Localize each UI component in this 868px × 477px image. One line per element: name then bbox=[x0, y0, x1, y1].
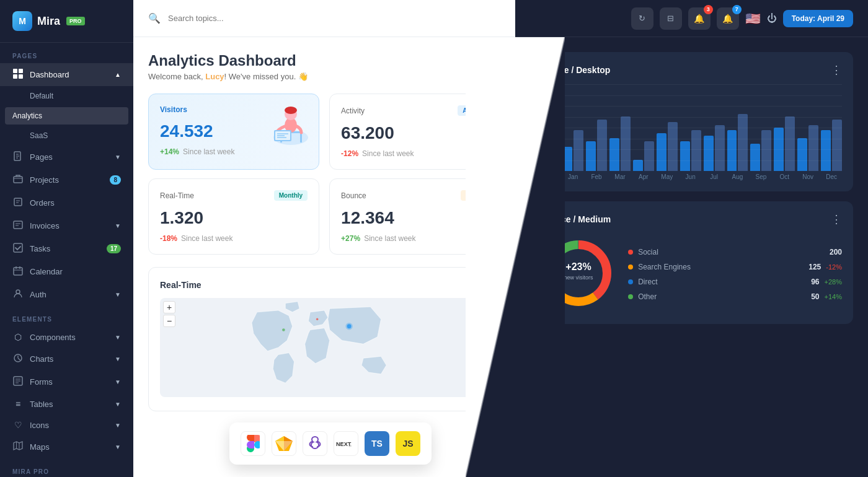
bar-apr bbox=[633, 141, 654, 171]
auth-label: Auth bbox=[30, 290, 46, 299]
chevron-icon: ▲ bbox=[115, 71, 121, 78]
mobile-desktop-menu[interactable]: ⋮ bbox=[831, 63, 842, 77]
sidebar-item-forms[interactable]: Forms ▼ bbox=[0, 370, 133, 393]
zoom-in-btn[interactable]: + bbox=[163, 301, 175, 313]
social-dot bbox=[628, 250, 633, 255]
sidebar-item-calendar[interactable]: Calendar bbox=[0, 260, 133, 283]
bar-may bbox=[657, 122, 678, 171]
realtime-value: 1.320 bbox=[160, 208, 308, 228]
source-list: Social 200 Search Engines 125 bbox=[628, 245, 842, 304]
map-menu[interactable]: ⋯ bbox=[479, 279, 489, 291]
bounce-since: Since last week bbox=[364, 234, 415, 243]
refresh-btn[interactable]: ↻ bbox=[631, 7, 653, 30]
activity-value: 63.200 bbox=[341, 123, 489, 143]
section-mira-pro: MIRA PRO bbox=[0, 458, 133, 477]
search-value: 125 bbox=[808, 263, 821, 271]
sidebar-item-projects[interactable]: Projects 8 bbox=[0, 168, 133, 191]
sidebar-item-tables[interactable]: ≡ Tables ▼ bbox=[0, 393, 133, 414]
filter-icon: ⊟ bbox=[667, 14, 674, 23]
pro-badge: PRO bbox=[66, 17, 85, 25]
other-label: Other bbox=[638, 292, 657, 301]
x-axis: Jan Feb Mar Apr May Jun Jul Aug Sep Oc bbox=[562, 173, 842, 180]
typescript-logo: TS bbox=[365, 431, 389, 456]
header-right: ↻ ⊟ 🔔 3 🔔 7 🇺🇸 ⏻ bbox=[515, 0, 868, 37]
direct-value: 96 bbox=[811, 278, 819, 286]
visitors-change: +14% bbox=[160, 147, 179, 156]
notifications-btn[interactable]: 🔔 3 bbox=[688, 7, 711, 30]
orders-icon bbox=[12, 197, 24, 209]
header: 🔍 ↻ ⊟ 🔔 3 🔔 bbox=[133, 0, 868, 37]
sidebar-item-icons[interactable]: ♡ Icons ▼ bbox=[0, 414, 133, 435]
chart-grid bbox=[562, 84, 842, 171]
sidebar-item-maps[interactable]: Maps ▼ bbox=[0, 435, 133, 458]
bar-nov bbox=[797, 125, 818, 171]
projects-label: Projects bbox=[30, 175, 59, 185]
sidebar-item-pages[interactable]: Pages ▼ bbox=[0, 146, 133, 168]
projects-badge: 8 bbox=[110, 175, 121, 185]
source-medium-menu[interactable]: ⋮ bbox=[831, 212, 842, 226]
sidebar-item-charts[interactable]: Charts ▼ bbox=[0, 348, 133, 370]
analytics-label: Analytics bbox=[12, 112, 42, 120]
social-label: Social bbox=[638, 248, 658, 256]
main-content: 🔍 ↻ ⊟ 🔔 3 🔔 bbox=[133, 0, 868, 477]
bounce-badge: Yearly bbox=[461, 190, 489, 201]
source-medium-header: Source / Medium ⋮ bbox=[541, 212, 842, 226]
bar-aug bbox=[727, 114, 748, 171]
activity-label: Activity bbox=[341, 107, 365, 115]
forms-label: Forms bbox=[30, 377, 53, 387]
dashboard-label: Dashboard bbox=[30, 70, 69, 79]
pages-icon bbox=[12, 151, 24, 163]
page-subtitle: Welcome back, Lucy! We've missed you. 👋 bbox=[148, 72, 500, 81]
sidebar-item-invoices[interactable]: Invoices ▼ bbox=[0, 214, 133, 237]
components-label: Components bbox=[30, 333, 76, 342]
other-value: 50 bbox=[811, 292, 819, 301]
source-medium-content: +23% new visitors Social 200 bbox=[541, 236, 842, 313]
bar-jun bbox=[680, 130, 701, 171]
zoom-out-btn[interactable]: − bbox=[163, 315, 175, 327]
grid-icon bbox=[12, 69, 24, 81]
sidebar-item-dashboard[interactable]: Dashboard ▲ bbox=[0, 63, 133, 86]
alerts-btn[interactable]: 🔔 7 bbox=[717, 7, 739, 30]
bounce-value: 12.364 bbox=[341, 208, 489, 228]
username: Lucy bbox=[205, 72, 224, 81]
projects-icon bbox=[12, 174, 24, 186]
sidebar-item-analytics[interactable]: Analytics bbox=[5, 107, 128, 125]
notifications-badge: 3 bbox=[704, 5, 713, 14]
bar-jul bbox=[704, 125, 725, 171]
nextjs-logo: NEXT .js bbox=[334, 431, 358, 456]
bar-sep bbox=[750, 130, 771, 171]
sidebar-item-tasks[interactable]: Tasks 17 bbox=[0, 237, 133, 260]
sidebar-item-saas[interactable]: SaaS bbox=[0, 126, 133, 146]
filter-btn[interactable]: ⊟ bbox=[660, 7, 682, 30]
charts-label: Charts bbox=[30, 354, 53, 364]
calendar-icon bbox=[12, 266, 24, 278]
svg-rect-3 bbox=[19, 74, 23, 79]
refresh-icon: ↻ bbox=[639, 14, 645, 23]
source-item-search: Search Engines 125 -12% bbox=[628, 260, 842, 274]
other-change: +14% bbox=[825, 293, 842, 300]
bounce-change: +27% bbox=[341, 234, 360, 243]
maps-label: Maps bbox=[30, 442, 50, 452]
power-icon[interactable]: ⏻ bbox=[767, 13, 777, 24]
default-label: Default bbox=[30, 92, 53, 100]
chevron-icons: ▼ bbox=[115, 422, 121, 429]
direct-change: +28% bbox=[825, 278, 842, 286]
svg-point-32 bbox=[282, 328, 285, 331]
svg-rect-0 bbox=[13, 69, 17, 73]
sketch-logo bbox=[272, 431, 296, 456]
sidebar-item-components[interactable]: ⬡ Components ▼ bbox=[0, 326, 133, 348]
donut-chart-wrapper: +23% new visitors bbox=[541, 236, 616, 313]
today-button[interactable]: Today: April 29 bbox=[783, 10, 853, 27]
visitors-illustration bbox=[257, 100, 312, 152]
sidebar-item-auth[interactable]: Auth ▼ bbox=[0, 283, 133, 306]
search-input[interactable] bbox=[168, 14, 500, 23]
realtime-since: Since last week bbox=[181, 234, 232, 243]
sidebar-item-orders[interactable]: Orders bbox=[0, 191, 133, 214]
map-controls: + − bbox=[163, 301, 175, 327]
sidebar-item-default[interactable]: Default bbox=[0, 86, 133, 106]
invoices-icon bbox=[12, 220, 24, 232]
activity-card: Activity Annual 63.200 -12% Since last w… bbox=[329, 94, 500, 170]
tables-label: Tables bbox=[30, 400, 53, 409]
page-title: Analytics Dashboard bbox=[148, 52, 500, 69]
chevron-tables: ▼ bbox=[115, 401, 121, 408]
